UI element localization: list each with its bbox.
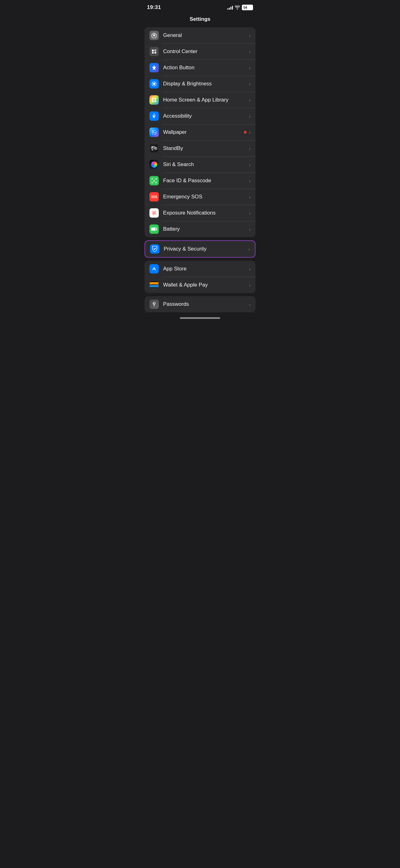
svg-line-49: [154, 303, 155, 304]
settings-row-wallpaper[interactable]: Wallpaper ›: [144, 124, 256, 140]
display-brightness-chevron: ›: [249, 81, 251, 87]
settings-row-emergency-sos[interactable]: SOS Emergency SOS ›: [144, 189, 256, 205]
svg-point-21: [154, 114, 155, 115]
battery-label: Battery: [163, 226, 249, 232]
standby-label: StandBy: [163, 145, 249, 152]
display-brightness-label: Display & Brightness: [163, 81, 249, 87]
exposure-notifications-chevron: ›: [249, 211, 251, 216]
exposure-notifications-label: Exposure Notifications: [163, 210, 249, 216]
svg-rect-18: [155, 98, 156, 100]
home-screen-label: Home Screen & App Library: [163, 97, 249, 103]
wallet-label: Wallet & Apple Pay: [163, 282, 249, 288]
settings-section-main: General › Control Center › Action Button…: [144, 27, 256, 237]
svg-rect-28: [156, 148, 156, 148]
face-id-chevron: ›: [249, 178, 251, 183]
emergency-sos-chevron: ›: [249, 194, 251, 199]
general-chevron: ›: [249, 33, 251, 38]
wallpaper-chevron: ›: [249, 130, 251, 135]
page-title: Settings: [139, 13, 261, 27]
svg-rect-6: [152, 52, 154, 54]
settings-row-siri-search[interactable]: Siri & Search ›: [144, 156, 256, 173]
privacy-security-icon: [150, 244, 159, 254]
svg-rect-43: [157, 228, 157, 230]
signal-bars-icon: [227, 6, 233, 10]
general-icon: [149, 31, 159, 40]
wallpaper-label: Wallpaper: [163, 129, 244, 135]
settings-row-passwords[interactable]: Passwords ›: [144, 296, 256, 312]
svg-point-2: [154, 35, 155, 36]
svg-point-41: [155, 214, 156, 215]
settings-row-display-brightness[interactable]: Display & Brightness ›: [144, 76, 256, 92]
settings-section-privacy: Privacy & Security ›: [144, 240, 256, 258]
svg-line-13: [152, 82, 153, 83]
home-bar: [180, 317, 220, 319]
wallet-icon: [149, 280, 159, 290]
settings-row-control-center[interactable]: Control Center ›: [144, 43, 256, 60]
svg-point-8: [153, 83, 155, 85]
display-brightness-icon: [149, 79, 159, 89]
wallpaper-notification-dot: [244, 131, 246, 133]
svg-point-37: [154, 213, 155, 213]
emergency-sos-icon: SOS: [149, 192, 159, 202]
settings-row-standby[interactable]: StandBy ›: [144, 140, 256, 156]
emergency-sos-label: Emergency SOS: [163, 194, 249, 200]
passwords-label: Passwords: [163, 301, 249, 307]
svg-point-48: [154, 306, 155, 306]
svg-rect-44: [151, 228, 155, 230]
svg-rect-19: [152, 100, 154, 102]
control-center-label: Control Center: [163, 49, 249, 55]
settings-row-battery[interactable]: Battery ›: [144, 221, 256, 237]
passwords-chevron: ›: [249, 302, 251, 307]
battery-status: 54: [242, 5, 253, 10]
action-button-chevron: ›: [249, 65, 251, 70]
home-screen-chevron: ›: [249, 97, 251, 103]
svg-rect-20: [155, 100, 156, 102]
passwords-icon: [149, 300, 159, 309]
wallet-chevron: ›: [249, 282, 251, 288]
control-center-icon: [149, 47, 159, 56]
action-button-icon: [149, 63, 159, 72]
settings-row-privacy-security[interactable]: Privacy & Security ›: [145, 241, 255, 257]
home-screen-icon: [149, 95, 159, 104]
settings-row-action-button[interactable]: Action Button ›: [144, 60, 256, 76]
settings-row-wallet[interactable]: Wallet & Apple Pay ›: [144, 277, 256, 293]
battery-icon: [149, 224, 159, 234]
settings-row-exposure-notifications[interactable]: Exposure Notifications ›: [144, 205, 256, 221]
accessibility-icon: [149, 112, 159, 121]
accessibility-label: Accessibility: [163, 113, 249, 119]
app-store-label: App Store: [163, 266, 249, 272]
app-store-icon: [149, 264, 159, 274]
settings-row-accessibility[interactable]: Accessibility ›: [144, 108, 256, 124]
svg-rect-24: [152, 147, 154, 148]
siri-search-icon: [149, 160, 159, 169]
settings-row-face-id[interactable]: Face ID & Passcode ›: [144, 173, 256, 189]
svg-line-14: [155, 85, 156, 86]
control-center-chevron: ›: [249, 49, 251, 54]
svg-point-40: [152, 214, 153, 215]
face-id-icon: [149, 176, 159, 185]
settings-row-general[interactable]: General ›: [144, 27, 256, 43]
action-button-label: Action Button: [163, 65, 249, 71]
accessibility-chevron: ›: [249, 114, 251, 119]
svg-point-31: [153, 180, 154, 180]
settings-row-app-store[interactable]: App Store ›: [144, 261, 256, 277]
svg-point-39: [155, 211, 156, 212]
standby-icon: [149, 144, 159, 153]
svg-rect-4: [155, 50, 156, 51]
settings-row-home-screen[interactable]: Home Screen & App Library ›: [144, 92, 256, 108]
svg-rect-5: [155, 51, 156, 52]
general-label: General: [163, 32, 249, 38]
standby-chevron: ›: [249, 146, 251, 151]
svg-rect-25: [154, 147, 155, 147]
privacy-security-label: Privacy & Security: [164, 246, 248, 252]
svg-rect-7: [155, 52, 156, 54]
status-bar: 19:31 54: [139, 0, 261, 13]
wallpaper-meta: ›: [244, 130, 251, 135]
svg-line-16: [152, 85, 153, 86]
wifi-icon: [235, 6, 240, 10]
status-time: 19:31: [147, 4, 161, 10]
face-id-label: Face ID & Passcode: [163, 178, 249, 184]
svg-line-15: [155, 82, 156, 83]
status-icons: 54: [227, 5, 253, 10]
settings-section-store: App Store › Wallet & Apple Pay ›: [144, 261, 256, 293]
